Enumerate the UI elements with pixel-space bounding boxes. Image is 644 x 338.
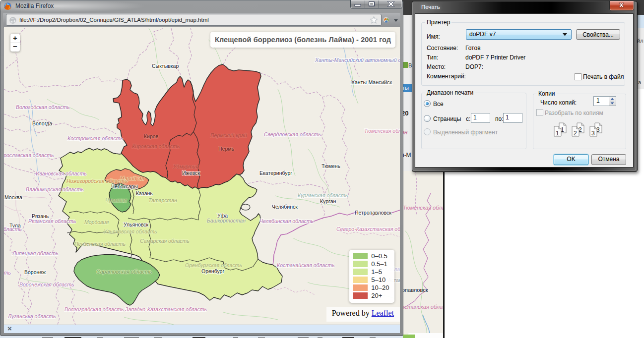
- svg-text:Самарская область: Самарская область: [140, 238, 190, 244]
- svg-text:Воронеж: Воронеж: [24, 269, 46, 275]
- svg-text:кая область: кая область: [4, 270, 11, 276]
- svg-text:хстанская область: хстанская область: [401, 304, 445, 310]
- svg-text:Курганская область: Курганская область: [298, 192, 348, 198]
- svg-text:Вологда: Вологда: [32, 120, 52, 126]
- svg-text:Липецкая область: Липецкая область: [12, 250, 59, 256]
- svg-text:Казань: Казань: [136, 190, 153, 196]
- svg-text:Луганська область: Луганська область: [7, 313, 56, 319]
- svg-text:Ульяновская область: Ульяновская область: [103, 228, 157, 234]
- svg-text:Костанайская область: Костанайская область: [277, 262, 335, 268]
- svg-text:Ижевск: Ижевск: [182, 170, 200, 176]
- svg-text:Воронежская область: Воронежская область: [19, 282, 74, 287]
- svg-text:Ханты-Мансийский автономный ок: Ханты-Мансийский автономный округ —: [315, 57, 400, 63]
- svg-text:Курган: Курган: [320, 198, 336, 204]
- svg-text:Тюменская облас: Тюменская облас: [403, 205, 445, 211]
- svg-text:Ульяновск: Ульяновск: [124, 222, 149, 227]
- svg-text:Ивановская область: Ивановская область: [36, 170, 87, 176]
- svg-text:2: 2: [574, 130, 577, 137]
- svg-text:Нижегородская область: Нижегородская область: [66, 178, 127, 184]
- svg-text:Чебоксары: Чебоксары: [111, 183, 138, 189]
- svg-text:Башкортостан: Башкортостан: [207, 218, 246, 224]
- svg-text:Волгоградская область: Волгоградская область: [64, 306, 124, 312]
- svg-text:Удмуртия: Удмуртия: [173, 164, 198, 169]
- svg-text:Кировская область: Кировская область: [132, 143, 180, 149]
- svg-text:Свердловская область: Свердловская область: [264, 131, 321, 137]
- svg-text:Пермский край: Пермский край: [210, 132, 247, 138]
- svg-text:Тульская область: Тульская область: [4, 226, 22, 232]
- svg-text:1: 1: [556, 130, 559, 137]
- svg-text:Северо-Казахстанская область: Северо-Казахстанская область: [336, 226, 400, 232]
- svg-text:Мордовия: Мордовия: [84, 219, 109, 225]
- svg-text:Рязанская область: Рязанская область: [28, 218, 76, 224]
- svg-text:Петропавловск: Петропавловск: [355, 210, 391, 216]
- svg-text:Пензенская область: Пензенская область: [74, 241, 126, 247]
- svg-text:Челябинская область: Челябинская область: [259, 218, 314, 224]
- svg-text:Оренбургская область: Оренбургская область: [185, 262, 242, 268]
- svg-text:Саратовская область: Саратовская область: [96, 269, 152, 275]
- svg-text:Тюменская область: Тюменская область: [364, 128, 400, 134]
- svg-text:Москва: Москва: [4, 194, 22, 200]
- svg-text:Татарстан: Татарстан: [148, 197, 177, 203]
- svg-text:Сыктывкар: Сыктывкар: [152, 63, 179, 69]
- svg-text:Западно-Казахстанская область: Западно-Казахстанская область: [125, 306, 207, 312]
- svg-text:Киров: Киров: [144, 133, 159, 139]
- svg-text:Тюмень: Тюмень: [322, 163, 341, 169]
- svg-text:Владимирская область: Владимирская область: [26, 186, 84, 192]
- svg-text:3: 3: [591, 130, 595, 137]
- svg-text:Екатеринбург: Екатеринбург: [259, 170, 292, 176]
- svg-text:Ярославская область: Ярославская область: [4, 152, 54, 158]
- svg-text:Костромская область: Костромская область: [67, 135, 123, 141]
- svg-text:Чувашия: Чувашия: [105, 197, 127, 203]
- svg-text:Вологодская область: Вологодская область: [16, 104, 69, 110]
- svg-text:Пермь: Пермь: [218, 146, 234, 152]
- svg-text:Оренбург: Оренбург: [201, 268, 224, 274]
- svg-text:Челябинск: Челябинск: [272, 204, 298, 210]
- svg-text:опавловск: опавловск: [402, 287, 428, 293]
- svg-text:Ханты-Мансийск: Ханты-Мансийск: [351, 79, 392, 85]
